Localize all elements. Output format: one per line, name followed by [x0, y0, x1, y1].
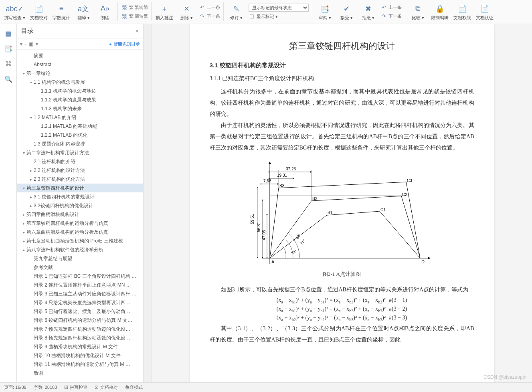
readaloud-button[interactable]: A»朗读	[94, 0, 116, 24]
outline-item[interactable]: 第九章总结与展望	[17, 254, 143, 263]
outline-item[interactable]: 致谢	[17, 369, 143, 378]
document-viewport[interactable]: 第三章铰链四杆机构的设计 3.1 铰链四杆机构的常规设计 3.1.1 已知连架杆…	[152, 24, 532, 382]
deletecomment-icon: ✕	[184, 4, 190, 14]
revise-icon: ✎	[233, 4, 239, 14]
outline-item[interactable]: 摘要	[17, 51, 143, 60]
outline-header: 目录 ✕	[17, 24, 143, 38]
twisty-icon: ▾	[28, 115, 34, 120]
outline-item-label: 附录 2 连杆位置用连杆平面上任意两点 MN …	[34, 282, 131, 289]
spellcheck-button[interactable]: abc✓拼写检查 ▾	[2, 0, 28, 24]
reject-button[interactable]: ✖拒绝 ▾	[357, 0, 379, 24]
docproof-icon: 📄	[34, 4, 43, 14]
outline-item-label: 附录 7 预先规定四杆机构运动轨迹的优化设…	[34, 326, 130, 333]
next-comment[interactable]: ↷下一条	[199, 13, 220, 20]
docproof-button[interactable]: 📄文档校对	[28, 0, 50, 24]
trad-icon: 繁	[121, 4, 127, 11]
outline-item[interactable]: 1.3 课题介绍和内容安排	[17, 139, 143, 148]
outline-tool-1[interactable]: ▫	[25, 41, 26, 47]
outline-item[interactable]: ▸3.1 铰链四杆机构的常规设计	[17, 192, 143, 201]
compare-button[interactable]: ⧉比较 ▾	[407, 0, 429, 24]
outline-item[interactable]: 附录 11 曲柄滑块机构的运动分析与仿真 M …	[17, 360, 143, 369]
outline-item[interactable]: 附录 2 连杆位置用连杆平面上任意两点 MN …	[17, 281, 143, 289]
outline-item[interactable]: 附录 6 铰链四杆机构的运动分析与仿真 M 文…	[17, 316, 143, 325]
doccert-button[interactable]: 📄文档认证	[473, 0, 496, 24]
outline-item[interactable]: ▸3.2铰链四杆机构的优化设计	[17, 201, 143, 210]
compat-mode: 兼容模式	[125, 384, 143, 390]
sidetab-outline[interactable]: ▤	[2, 27, 14, 39]
outline-item[interactable]: ▸第六章曲柄滑块机构的运动分析及仿真	[17, 228, 143, 236]
outline-item[interactable]: ▸第五章铰链四杆机构的运动分析与仿真	[17, 219, 143, 228]
twisty-icon: ▸	[28, 168, 34, 173]
sidetab-nav[interactable]: 📑	[2, 42, 14, 55]
outline-item[interactable]: ▾第三章铰链四杆机构的设计	[17, 184, 143, 192]
outline-item[interactable]: ▸第四章曲柄滑块机构设计	[17, 210, 143, 219]
outline-item[interactable]: ▸第八章连杆机构软件包的经济学分析	[17, 245, 143, 254]
outline-item[interactable]: 附录 7 预先规定四杆机构运动轨迹的优化设…	[17, 325, 143, 333]
restrict-button[interactable]: 🔒限制编辑	[429, 0, 451, 24]
restrict-icon: 🔒	[435, 4, 444, 14]
outline-item[interactable]: 附录 9 曲柄滑块机构的常规设计 M 文件	[17, 342, 143, 351]
outline-item[interactable]: 附录 3 已知三组主从动件对应角位移设计四杆 …	[17, 289, 143, 298]
trad-to-simp[interactable]: 繁繁 繁转简	[121, 4, 148, 11]
smart-outline-button[interactable]: ●智能识别目录	[109, 41, 140, 47]
proof-toggle[interactable]: ☒文档校对	[95, 384, 118, 390]
outline-item[interactable]: 附录 4 只给定机架长度先选择类型再设计四 …	[17, 298, 143, 307]
accept-button[interactable]: ✔接受 ▾	[336, 0, 357, 24]
outline-tool-3[interactable]: ▾	[36, 41, 38, 47]
outline-item[interactable]: 附录 8 预先规定四杆机构运动函数的优化设 …	[17, 333, 143, 342]
outline-item[interactable]: 附录 5 已知行程速比、摆角、及最小传动角 …	[17, 307, 143, 316]
svg-line-16	[406, 182, 420, 258]
separator	[223, 2, 224, 21]
deletecomment-button[interactable]: ✕删除 ▾	[176, 0, 197, 24]
word-count[interactable]: 字数: 28183	[34, 384, 57, 390]
outline-tool-2[interactable]: ▣	[29, 41, 33, 47]
show-markup-button[interactable]: ☐显示标记 ▾	[249, 13, 309, 20]
close-icon[interactable]: ✕	[135, 28, 139, 34]
docperm-button[interactable]: 📄文档权限	[451, 0, 473, 24]
outline-item[interactable]: ▸2.2 连杆机构的设计方法	[17, 166, 143, 175]
outline-item[interactable]: Abstract	[17, 60, 143, 69]
outline-item[interactable]: 1.2.2 MATLAB 的优化	[17, 131, 143, 139]
outline-item[interactable]: ▾第二章连杆机构常用设计方法	[17, 148, 143, 157]
sidetab-search[interactable]: 🔍	[2, 73, 14, 85]
insertcomment-button[interactable]: ＋插入批注	[153, 0, 176, 24]
outline-item-label: 附录 5 已知行程速比、摆角、及最小传动角 …	[34, 308, 132, 315]
page: 第三章铰链四杆机构的设计 3.1 铰链四杆机构的常规设计 3.1.1 已知连架杆…	[190, 24, 494, 382]
simp-to-trad[interactable]: 繁繁 简转繁	[121, 13, 148, 20]
outline-item[interactable]: 1.1.2 机构学的发展与成果	[17, 95, 143, 104]
outline-item[interactable]: 1.1.3 机构学的未来	[17, 104, 143, 113]
translate-button[interactable]: a文翻译 ▾	[73, 0, 94, 24]
outline-item[interactable]: ▾1.1 机构学的概念与发展	[17, 78, 143, 87]
spellcheck-icon: abc✓	[6, 4, 24, 14]
outline-item[interactable]: 附录 1 已知连架杆 BC 三个角度设计四杆机构 …	[17, 272, 143, 281]
outline-item[interactable]: 附录 10 曲柄滑块机构的优化设计 M 文件	[17, 351, 143, 360]
compare-icon: ⧉	[415, 4, 421, 14]
page-indicator[interactable]: 页面: 16/89	[4, 384, 26, 390]
sidetab-bookmark[interactable]: ⌘	[2, 58, 14, 70]
outline-item[interactable]: ▾1.2 MATLAB 的介绍	[17, 113, 143, 122]
outline-item[interactable]: 1.2.1 MATLAB 的基础功能	[17, 122, 143, 131]
prev-comment[interactable]: ↶上一条	[199, 4, 220, 11]
outline-tree[interactable]: 摘要Abstract▾第一章绪论▾1.1 机构学的概念与发展1.1.1 机构学的…	[17, 50, 143, 382]
outline-item[interactable]: ▸第七章发动机曲柄活塞机构的 Pro/E 三维建模	[17, 236, 143, 245]
outline-item[interactable]: 参考文献	[17, 263, 143, 272]
outline-item[interactable]: ▸2.3 连杆机构的优化方法	[17, 175, 143, 184]
next-change[interactable]: ↷下一条	[380, 13, 402, 20]
reviewpane-button[interactable]: 📑审阅 ▾	[314, 0, 336, 24]
twisty-icon: ▸	[21, 239, 26, 243]
outline-tool-0[interactable]: ▾	[20, 41, 22, 47]
outline-item-label: Abstract	[34, 62, 51, 67]
twisty-icon: ▾	[21, 71, 26, 76]
status-bar: 页面: 16/89 字数: 28183 ☑拼写检查 ☒文档校对 兼容模式	[0, 382, 532, 392]
outline-item[interactable]: 1.1.1 机构学的概念与地位	[17, 87, 143, 95]
wordcount-button[interactable]: ≡字数统计	[50, 0, 73, 24]
prev-change[interactable]: ↶上一条	[380, 4, 402, 11]
markup-view-select[interactable]: 显示标记的最终状态	[249, 4, 309, 12]
revise-button[interactable]: ✎修订 ▾	[225, 0, 247, 24]
outline-item[interactable]: 2.1 连杆机构的介绍	[17, 157, 143, 166]
outline-item[interactable]: ▾第一章绪论	[17, 69, 143, 78]
svg-text:71°: 71°	[299, 238, 306, 245]
spellcheck-toggle[interactable]: ☑拼写检查	[64, 384, 87, 390]
outline-item-label: 附录 3 已知三组主从动件对应角位移设计四杆 …	[34, 291, 137, 297]
chapter-title: 第三章铰链四杆机构的设计	[210, 40, 474, 52]
